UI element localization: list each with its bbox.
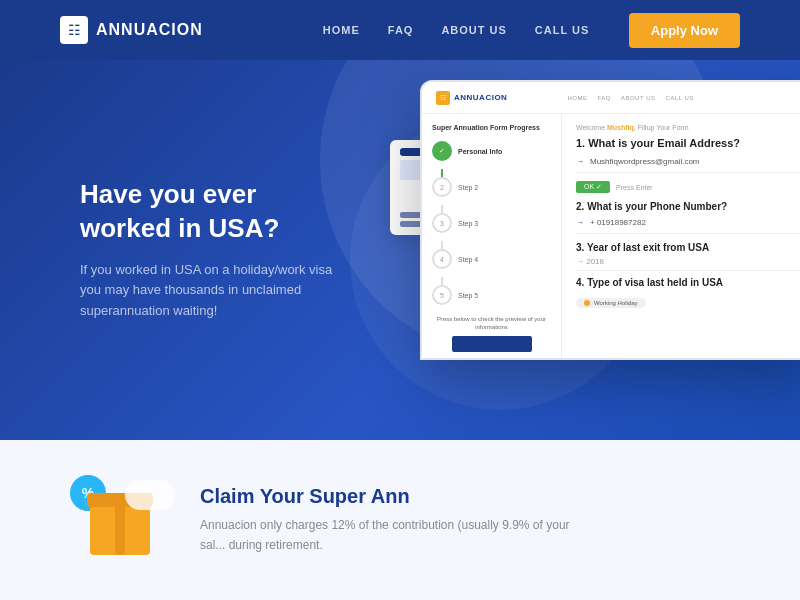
illustration: % bbox=[80, 485, 160, 555]
nav-home[interactable]: HOME bbox=[323, 24, 360, 36]
step-3[interactable]: 3 Step 3 bbox=[432, 213, 551, 233]
welcome-text: Welcome Mushfiq, Fillup Your Form bbox=[576, 124, 800, 131]
app-nav-about[interactable]: ABOUT US bbox=[621, 95, 656, 101]
nav-call[interactable]: CALL US bbox=[535, 24, 589, 36]
preview-button[interactable] bbox=[452, 336, 532, 352]
connector-1 bbox=[441, 169, 443, 177]
step-circle-2: 2 bbox=[432, 177, 452, 197]
step-1[interactable]: ✓ Personal Info bbox=[432, 141, 551, 161]
connector-4 bbox=[441, 277, 443, 285]
step-label-2: Step 2 bbox=[458, 184, 478, 191]
app-nav-faq[interactable]: FAQ bbox=[597, 95, 611, 101]
question-4-text: 4. Type of visa last held in USA bbox=[576, 277, 800, 288]
step-label-3: Step 3 bbox=[458, 220, 478, 227]
bottom-text-area: Claim Your Super Ann Annuacion only char… bbox=[200, 485, 720, 554]
device-mockup: ☷ ANNUACION HOME FAQ ABOUT US CALL US Su… bbox=[420, 80, 800, 360]
connector-2 bbox=[441, 205, 443, 213]
answer-1-value: Mushfiqwordpress@gmail.com bbox=[590, 157, 700, 166]
app-logo: ☷ ANNUACION bbox=[436, 91, 507, 105]
preview-text: Press below to check the preview of your… bbox=[432, 315, 551, 332]
form-panel: Welcome Mushfiq, Fillup Your Form 1. Wha… bbox=[562, 114, 800, 358]
answer-3-value: → 2018 bbox=[576, 257, 800, 271]
bottom-section: % Claim Your Super Ann Annuacion only ch… bbox=[0, 440, 800, 600]
step-circle-1: ✓ bbox=[432, 141, 452, 161]
laptop-frame: ☷ ANNUACION HOME FAQ ABOUT US CALL US Su… bbox=[420, 80, 800, 360]
welcome-label: Welcome bbox=[576, 124, 605, 131]
logo-text: ANNUACION bbox=[96, 21, 203, 39]
bottom-title: Claim Your Super Ann bbox=[200, 485, 720, 508]
question-2-text: 2. What is your Phone Number? bbox=[576, 201, 800, 212]
step-circle-3: 3 bbox=[432, 213, 452, 233]
step-label-5: Step 5 bbox=[458, 292, 478, 299]
apply-now-button[interactable]: Apply Now bbox=[629, 13, 740, 48]
press-enter-label: Press Enter bbox=[616, 184, 653, 191]
main-nav: HOME FAQ ABOUT US CALL US bbox=[323, 24, 590, 36]
app-logo-icon: ☷ bbox=[436, 91, 450, 105]
hero-content: Have you ever worked in USA? If you work… bbox=[0, 178, 340, 322]
visa-dot bbox=[584, 300, 590, 306]
answer-2-row: → + 01918987282 bbox=[576, 218, 800, 234]
app-header: ☷ ANNUACION HOME FAQ ABOUT US CALL US bbox=[422, 82, 800, 114]
arrow-icon-1: → bbox=[576, 157, 584, 166]
progress-panel: Super Annuation Form Progress ✓ Personal… bbox=[422, 114, 562, 358]
header: ☷ ANNUACION HOME FAQ ABOUT US CALL US Ap… bbox=[0, 0, 800, 60]
question-3-text: 3. Year of last exit from USA bbox=[576, 242, 800, 253]
step-4[interactable]: 4 Step 4 bbox=[432, 249, 551, 269]
step-2[interactable]: 2 Step 2 bbox=[432, 177, 551, 197]
step-circle-4: 4 bbox=[432, 249, 452, 269]
q3-label: Year of last exit from USA bbox=[587, 242, 709, 253]
app-nav: HOME FAQ ABOUT US CALL US bbox=[567, 95, 693, 101]
connector-3 bbox=[441, 241, 443, 249]
nav-faq[interactable]: FAQ bbox=[388, 24, 414, 36]
answer-1-row: → Mushfiqwordpress@gmail.com bbox=[576, 157, 800, 173]
app-nav-call[interactable]: CALL US bbox=[665, 95, 693, 101]
question-1-text: 1. What is your Email Address? bbox=[576, 137, 800, 149]
logo: ☷ ANNUACION bbox=[60, 16, 203, 44]
progress-title: Super Annuation Form Progress bbox=[432, 124, 551, 131]
q2-label: What is your Phone Number? bbox=[587, 201, 727, 212]
nav-about[interactable]: ABOUT US bbox=[441, 24, 506, 36]
gift-illustration: % bbox=[80, 485, 160, 555]
fill-label: Fillup Your Form bbox=[638, 124, 689, 131]
q4-label: Type of visa last held in USA bbox=[587, 277, 723, 288]
step-5[interactable]: 5 Step 5 bbox=[432, 285, 551, 305]
cloud-shape bbox=[125, 480, 175, 510]
step-label-1: Personal Info bbox=[458, 148, 502, 155]
hero-title: Have you ever worked in USA? bbox=[80, 178, 340, 246]
arrow-icon-2: → bbox=[576, 218, 584, 227]
visa-badge: Working Holiday bbox=[576, 298, 646, 308]
app-nav-home[interactable]: HOME bbox=[567, 95, 587, 101]
step-label-4: Step 4 bbox=[458, 256, 478, 263]
laptop-screen: ☷ ANNUACION HOME FAQ ABOUT US CALL US Su… bbox=[422, 82, 800, 358]
hero-subtitle: If you worked in USA on a holiday/work v… bbox=[80, 260, 340, 322]
app-body: Super Annuation Form Progress ✓ Personal… bbox=[422, 114, 800, 358]
hero-section: Have you ever worked in USA? If you work… bbox=[0, 60, 800, 440]
q1-label: What is your Email Address? bbox=[588, 137, 740, 149]
bottom-description: Annuacion only charges 12% of the contri… bbox=[200, 516, 580, 554]
app-logo-text: ANNUACION bbox=[454, 93, 507, 102]
ok-button[interactable]: OK ✓ bbox=[576, 181, 610, 193]
username: Mushfiq, bbox=[607, 124, 636, 131]
gift-ribbon bbox=[115, 500, 125, 555]
visa-value: Working Holiday bbox=[594, 300, 638, 306]
step-circle-5: 5 bbox=[432, 285, 452, 305]
answer-2-value: + 01918987282 bbox=[590, 218, 646, 227]
logo-icon: ☷ bbox=[60, 16, 88, 44]
